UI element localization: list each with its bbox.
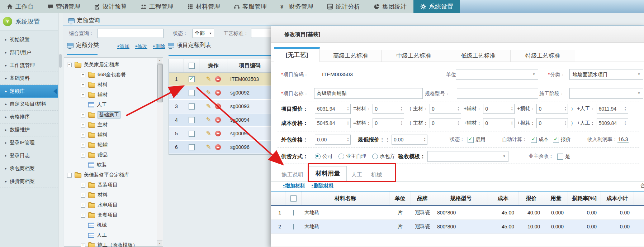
spinner-arrows-icon[interactable]: ▲▼ [422,135,427,144]
spinner-arrows-icon[interactable]: ▲▼ [346,135,350,144]
sidebar-item-基础资料[interactable]: ▸基础资料 [0,72,58,85]
enabled-checkbox[interactable] [468,137,474,143]
tree-node-美佳装修平台定额库[interactable]: 美佳装修平台定额库 [64,170,157,180]
delete-minus-icon[interactable] [215,76,221,82]
spinner-arrows-icon[interactable]: ▲▼ [623,104,628,113]
sidebar-item-表格排序[interactable]: ▸表格排序 [0,111,58,124]
outsource-price-input[interactable]: 0.00▲▼ [315,135,351,145]
row-checkbox[interactable] [189,103,195,110]
nav-item-集团统计[interactable]: 集团统计 [367,0,413,13]
price-segment-input[interactable]: 0▲▼ [483,104,515,114]
plus-expander-icon[interactable] [81,123,85,127]
remove-material-link[interactable]: 删除材料 [312,183,334,188]
edit-pencil-icon[interactable] [206,103,211,109]
collapse-handle[interactable] [59,54,62,68]
edit-pencil-icon[interactable] [206,76,211,82]
auto-calc-checkbox-成本[interactable] [531,137,537,143]
detail-tab-机械[interactable]: 机械 [367,168,386,181]
edit-pencil-icon[interactable] [206,131,211,136]
edit-pencil-icon[interactable] [206,117,211,123]
tree-node-施工（验收模板）[interactable]: 施工（验收模板） [64,240,157,247]
plus-expander-icon[interactable] [81,93,85,97]
sidebar-item-部门/用户[interactable]: ▸部门/用户 [0,46,58,59]
material-row-1[interactable]: 1大地砖片冠珠瓷800*80045.0040.000.0000.000.00 [271,206,644,220]
row-checkbox[interactable] [189,144,195,150]
tree-node-人工[interactable]: 人工 [64,100,157,110]
tree-node-基装项目[interactable]: 基装项目 [64,180,157,190]
tree-node-主材[interactable]: 主材 [64,120,157,130]
sidebar-item-承包商档案[interactable]: ▸承包商档案 [0,162,58,175]
delete-minus-icon[interactable] [215,103,221,109]
plus-expander-icon[interactable] [81,73,85,77]
unit-select[interactable]: ▼ [456,69,538,80]
tree-scrollbar[interactable]: ▲ ▼ [157,58,163,246]
plus-expander-icon[interactable] [81,133,85,137]
plus-expander-icon[interactable] [81,193,85,198]
row-checkbox[interactable] [189,117,195,123]
add-material-link[interactable]: 增加材料 [283,183,305,188]
owner-accept-checkbox[interactable] [557,154,563,160]
quota-row-ITEM003503[interactable]: 1ITEM003503 [169,73,273,86]
supply-radio-公司[interactable] [315,154,321,159]
detail-tab-施工说明[interactable]: 施工说明 [276,168,309,181]
auto-calc-checkbox-报价[interactable] [553,137,559,143]
sidebar-item-定额库[interactable]: ▸定额库 [0,85,58,98]
scrollbar-thumb[interactable] [157,64,163,102]
spinner-arrows-icon[interactable]: ▲▼ [456,118,461,128]
nav-item-营销管理[interactable]: 营销管理 [41,0,87,13]
modify-category-link[interactable]: 修改 [135,43,147,50]
nav-item-材料管理[interactable]: 材料管理 [180,0,227,13]
sidebar-item-登录日志[interactable]: ▸登录日志 [0,149,58,162]
price-segment-input[interactable]: 0▲▼ [536,118,568,128]
quota-row-sg00095[interactable]: 5sg00095 [169,127,273,140]
price-segment-input[interactable]: 0▲▼ [430,118,461,128]
material-row-checkbox[interactable] [293,224,294,229]
sidebar-item-登录IP管理[interactable]: ▸登录IP管理 [0,136,58,149]
spinner-arrows-icon[interactable]: ▲▼ [346,118,350,128]
modal-header[interactable]: 修改项目[基装] [271,26,644,43]
material-row-2[interactable]: 2大地砖片冠珠瓷800*80045.0010.000.0000.000.00 [271,220,644,234]
process-tab-[无工艺][interactable]: [无工艺] [274,47,320,62]
tree-node-套餐项目[interactable]: 套餐项目 [64,210,157,220]
sidebar-item-数据维护[interactable]: ▸数据维护 [0,124,58,136]
tree-node-水电项目[interactable]: 水电项目 [64,200,157,210]
spinner-arrows-icon[interactable]: ▲▼ [346,104,350,113]
tree-node-机械[interactable]: 机械 [64,220,157,230]
delete-minus-icon[interactable] [215,90,221,96]
delete-category-link[interactable]: 删除 [153,43,165,50]
category-select[interactable]: 地墙面泥水项目 ▼ [569,69,643,80]
supply-radio-承包方[interactable] [372,154,378,159]
quota-row-sg00093[interactable]: 3sg00093 [169,100,273,113]
nav-item-财务管理[interactable]: ¥财务管理 [274,0,320,13]
tree-node-人工[interactable]: 人工 [64,230,157,240]
tree-node-基础施工[interactable]: 基础施工 [64,110,157,120]
tree-node-材料[interactable]: 材料 [64,190,157,200]
tree-node-辅料[interactable]: 辅料 [64,130,157,140]
edit-pencil-icon[interactable] [206,90,211,96]
tree-node-赠品[interactable]: 赠品 [64,150,157,160]
price-segment-input[interactable]: 5009.84▲▼ [597,118,628,128]
combo-query-input[interactable] [98,29,164,38]
add-category-link[interactable]: 添加 [117,43,129,50]
detail-tab-材料用量[interactable]: 材料用量 [309,166,347,181]
spinner-arrows-icon[interactable]: ▲▼ [510,104,514,113]
price-segment-input[interactable]: 0▲▼ [536,104,568,114]
row-checkbox[interactable] [189,131,195,137]
spinner-arrows-icon[interactable]: ▲▼ [399,118,404,128]
plus-expander-icon[interactable] [81,153,85,158]
spinner-arrows-icon[interactable]: ▲▼ [623,118,628,128]
plus-expander-icon[interactable] [81,143,85,147]
quota-row-sg00092[interactable]: 2sg00092 [169,86,273,99]
process-tab-特级工艺标准[interactable]: 特级工艺标准 [511,50,575,62]
tree-node-美美家居定额库[interactable]: 美美家居定额库 [64,60,157,70]
sidebar-item-工作流管理[interactable]: ▸工作流管理 [0,59,58,72]
quota-row-sg00094[interactable]: 4sg00094 [169,113,273,126]
plus-expander-icon[interactable] [81,213,85,218]
supply-radio-业主自理[interactable] [338,154,344,159]
price-segment-input[interactable]: 0▲▼ [430,104,461,114]
stage-select[interactable]: ▼ [569,88,643,99]
item-name-input[interactable] [314,88,423,99]
spinner-arrows-icon[interactable]: ▲▼ [399,104,404,113]
minus-expander-icon[interactable] [67,173,72,178]
sidebar-item-自定义项目/材料[interactable]: ▸自定义项目/材料 [0,98,58,111]
